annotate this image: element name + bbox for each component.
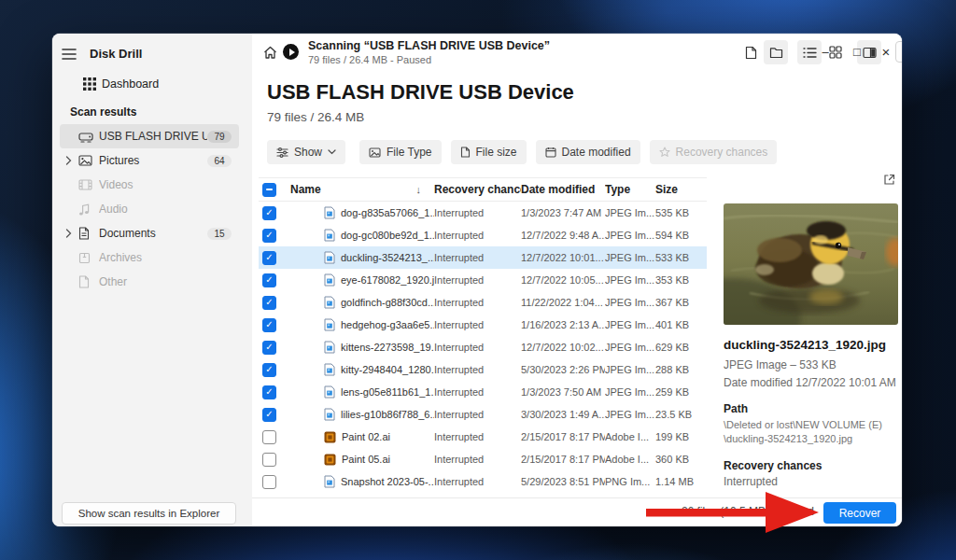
row-checkbox[interactable]	[262, 363, 276, 377]
sidebar-item-documents[interactable]: Documents 15	[60, 221, 239, 245]
archives-icon	[78, 252, 99, 264]
expand-chevron-icon[interactable]	[65, 229, 78, 238]
drive-icon	[78, 131, 99, 143]
filter-bar: Show File Type File size	[267, 140, 786, 164]
table-row[interactable]: kitty-2948404_1280... Interrupted 5/30/2…	[259, 358, 707, 381]
row-checkbox[interactable]	[262, 408, 276, 422]
table-row[interactable]: goldfinch-g88f30cd... Interrupted 11/22/…	[259, 291, 707, 314]
table-row[interactable]: lens-g05e811b61_1... Interrupted 1/3/202…	[259, 381, 707, 403]
row-checkbox[interactable]	[262, 430, 276, 444]
preview-path-line2: \duckling-3524213_1920.jpg	[724, 432, 898, 446]
row-checkbox[interactable]	[262, 341, 276, 355]
preview-path-line1: \Deleted or lost\NEW VOLUME (E)	[724, 418, 898, 432]
dashboard-label: Dashboard	[102, 77, 159, 91]
sidebar-item-label: Other	[99, 275, 232, 288]
count-badge: 64	[207, 155, 232, 167]
hamburger-menu-icon[interactable]	[62, 48, 77, 61]
row-checkbox[interactable]	[262, 453, 276, 467]
documents-icon	[78, 227, 99, 240]
column-header-recovery[interactable]: Recovery chances	[434, 183, 521, 196]
file-view-icon[interactable]	[738, 40, 763, 64]
table-row[interactable]: duckling-3524213_... Interrupted 12/7/20…	[259, 246, 707, 269]
folder-view-icon[interactable]	[764, 40, 788, 64]
close-button[interactable]: ×	[872, 39, 900, 63]
column-header-size[interactable]: Size	[655, 183, 707, 196]
preview-image-duckling	[724, 203, 898, 325]
home-icon[interactable]	[258, 40, 282, 64]
main-area: Scanning “USB FLASH DRIVE USB Device” 79…	[252, 34, 902, 526]
expand-chevron-icon[interactable]	[65, 156, 78, 165]
sort-descending-icon: ↓	[416, 184, 422, 195]
column-header-name[interactable]: Name↓	[290, 183, 434, 196]
videos-icon	[78, 179, 99, 190]
calendar-icon	[545, 147, 556, 158]
sidebar-item-pictures[interactable]: Pictures 64	[60, 148, 239, 173]
preview-path-label: Path	[724, 402, 898, 415]
column-header-type[interactable]: Type	[605, 183, 655, 196]
row-checkbox[interactable]	[262, 318, 276, 332]
sidebar-item-usb-flash-drive[interactable]: USB FLASH DRIVE USB D... 79	[60, 124, 239, 148]
sidebar-item-label: Pictures	[99, 154, 207, 167]
file-icon	[460, 147, 471, 158]
table-row[interactable]: Paint 02.ai Interrupted 2/15/2017 8:17 P…	[259, 426, 707, 448]
file-size-filter-button[interactable]: File size	[451, 140, 527, 164]
sidebar-item-label: Documents	[99, 227, 207, 240]
image-icon	[369, 147, 381, 158]
image-file-icon	[324, 296, 335, 309]
row-checkbox[interactable]	[262, 385, 276, 399]
recovery-chances-filter-button: Recovery chances	[650, 140, 778, 164]
page-title: USB FLASH DRIVE USB Device	[267, 80, 574, 105]
page-subtitle: 79 files / 26.4 MB	[267, 110, 364, 124]
toolbar: Scanning “USB FLASH DRIVE USB Device” 79…	[252, 34, 902, 71]
table-row[interactable]: dog-g835a57066_1... Interrupted 1/3/2023…	[259, 202, 707, 224]
sidebar-item-dashboard[interactable]: Dashboard	[52, 61, 252, 91]
image-file-icon	[324, 206, 335, 219]
show-filter-button[interactable]: Show	[267, 140, 345, 164]
table-body: dog-g835a57066_1... Interrupted 1/3/2023…	[259, 202, 707, 493]
sidebar-items: USB FLASH DRIVE USB D... 79 Pictures 64 …	[52, 124, 252, 294]
disk-drill-window: Disk Drill Dashboard Scan results USB FL…	[52, 34, 902, 526]
maximize-button[interactable]: □	[843, 39, 871, 63]
table-row[interactable]: hedgehog-g3aa6e5... Interrupted 1/16/202…	[259, 314, 707, 336]
select-all-checkbox[interactable]	[262, 183, 276, 197]
preview-recovery-label: Recovery chances	[724, 459, 898, 472]
date-modified-filter-button[interactable]: Date modified	[536, 140, 640, 164]
table-row[interactable]: kittens-2273598_19... Interrupted 12/7/2…	[259, 336, 707, 358]
preview-recovery-value: Interrupted	[724, 475, 898, 488]
results-table: Name↓ Recovery chances Date modified Typ…	[259, 177, 707, 493]
table-row[interactable]: eye-6178082_1920.j... Interrupted 12/7/2…	[259, 269, 707, 291]
desktop: { "colors":{ "accent":"#1173e8", "recove…	[0, 0, 956, 560]
minimize-button[interactable]: –	[811, 39, 839, 63]
row-checkbox[interactable]	[262, 475, 276, 489]
row-checkbox[interactable]	[262, 229, 276, 243]
recover-button[interactable]: Recover	[823, 502, 896, 524]
table-row[interactable]: lilies-g10b86f788_6... Interrupted 3/30/…	[259, 403, 707, 426]
row-checkbox[interactable]	[262, 296, 276, 310]
table-row[interactable]: dog-gc080be92d_1... Interrupted 12/7/202…	[259, 224, 707, 246]
image-file-icon	[324, 408, 335, 421]
row-checkbox[interactable]	[262, 251, 276, 265]
sidebar: Disk Drill Dashboard Scan results USB FL…	[52, 34, 253, 526]
scan-results-section-label: Scan results	[52, 91, 252, 124]
table-row[interactable]: Snapshot 2023-05-... Interrupted 5/29/20…	[259, 470, 707, 493]
resume-scan-button[interactable]	[283, 44, 299, 60]
row-checkbox[interactable]	[262, 206, 276, 220]
ai-file-icon	[324, 454, 336, 466]
open-external-icon[interactable]	[883, 174, 895, 186]
audio-icon	[78, 203, 99, 216]
table-header: Name↓ Recovery chances Date modified Typ…	[259, 177, 707, 202]
file-type-filter-button[interactable]: File Type	[359, 140, 441, 164]
app-title: Disk Drill	[90, 47, 142, 61]
table-row[interactable]: Paint 05.ai Interrupted 2/15/2017 8:17 P…	[259, 448, 707, 470]
sidebar-item-videos: Videos	[60, 173, 239, 197]
scan-status-title: Scanning “USB FLASH DRIVE USB Device”	[308, 39, 550, 54]
sidebar-item-audio: Audio	[60, 197, 239, 221]
image-file-icon	[324, 318, 335, 331]
row-checkbox[interactable]	[262, 273, 276, 287]
image-file-icon	[324, 251, 335, 264]
show-in-explorer-button[interactable]: Show scan results in Explorer	[62, 502, 236, 525]
preview-date-modified: Date modified 12/7/2022 10:01 AM	[724, 376, 898, 389]
star-icon	[659, 147, 670, 158]
count-badge: 79	[207, 131, 232, 143]
column-header-date[interactable]: Date modified	[521, 183, 605, 196]
